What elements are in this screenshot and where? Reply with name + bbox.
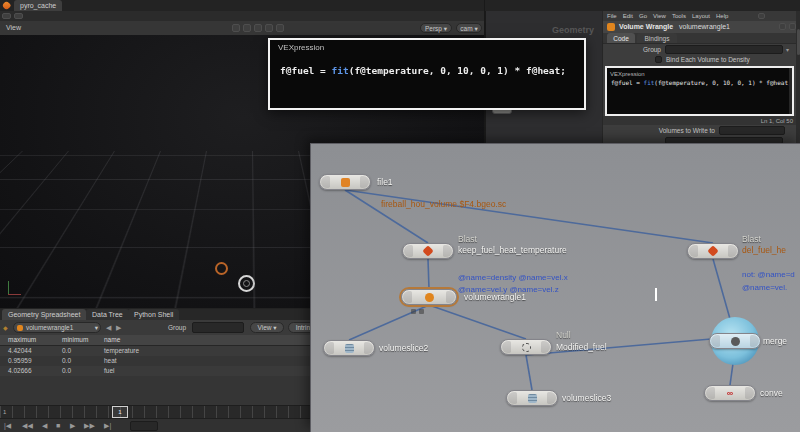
vex-code-editor[interactable]: f@fuel = fit(f@temperature, 0, 10, 0, 1)… [611,79,792,86]
tab-python-shell[interactable]: Python Shell [128,309,179,320]
node-selector[interactable]: volumewrangle1 ▾ [13,322,101,333]
menu-tools[interactable]: Tools [672,13,686,19]
view-dropdown[interactable]: View ▾ [250,322,284,333]
jump-to-end-button[interactable]: ▶| [104,421,111,431]
play-button[interactable]: ▶ [70,421,75,431]
node-volumewrangle1[interactable] [401,289,457,305]
column-header[interactable]: name [104,335,120,345]
tab-code[interactable]: Code [607,33,635,43]
cell-name: heat [104,356,117,366]
menu-toolbar-icon[interactable] [758,13,765,19]
fast-forward-button[interactable]: ▶▶ [84,421,95,431]
group-field[interactable] [665,45,783,54]
node-flag-right [750,335,759,347]
stop-button[interactable]: ■ [56,421,60,431]
node-label-volumeslice3[interactable]: volumeslice3 [562,393,611,403]
pane-scrollbar[interactable] [796,11,800,145]
chevron-down-icon: ▾ [444,25,447,32]
viewport-tool-icon[interactable] [276,24,284,32]
node-flag-right [360,176,369,188]
node-label-keep[interactable]: keep_fuel_heat_temperature [458,245,567,255]
editor-scrollbar[interactable] [789,68,792,114]
current-frame-label: 1 [118,409,121,415]
network-editor[interactable]: file1 fireball_hou_volume.$F4.bgeo.sc Bl… [310,143,800,432]
chevron-down-icon[interactable]: ▾ [786,45,789,55]
node-label-convert[interactable]: conve [760,388,783,398]
menu-go[interactable]: Go [639,13,647,19]
volumeslice-icon [528,394,537,403]
pin-icon[interactable]: ◆ [3,323,8,333]
persp-label: Persp [425,25,442,32]
menu-bar: File Edit Go View Tools Layout Help [603,11,800,21]
node-convert[interactable]: ∞ [704,385,756,401]
node-label-modified-fuel[interactable]: Modified_fuel [556,342,607,352]
tab-label: Code [613,35,629,42]
node-flag-right [541,341,550,353]
node-label-del[interactable]: del_fuel_he [742,245,786,255]
group-field[interactable] [192,322,244,333]
node-name-field[interactable]: volumewrangle1 [679,22,730,32]
viewport-tool-icon[interactable] [232,24,240,32]
viewport-tool-icon[interactable] [265,24,273,32]
persp-view-button[interactable]: Persp ▾ [420,23,452,33]
menu-edit[interactable]: Edit [623,13,633,19]
rewind-button[interactable]: ◀◀ [22,421,33,431]
play-reverse-button[interactable]: ◀ [42,421,47,431]
houdini-flame-icon [2,1,12,11]
left-pane-header [0,11,485,21]
node-label-merge[interactable]: merge [763,336,787,346]
group-label: Group [168,323,186,333]
node-flag-left [404,245,413,257]
menu-file[interactable]: File [607,13,617,19]
jump-to-start-button[interactable]: |◀ [4,421,11,431]
lock-icon[interactable] [779,23,786,30]
node-type-null: Null [556,330,571,340]
vexpression-title: VEXpression [278,43,324,53]
node-label-volumewrangle1[interactable]: volumewrangle1 [464,292,526,302]
frame-field[interactable] [130,421,158,431]
node-null-modified-fuel[interactable] [500,339,552,355]
nav-fwd-icon[interactable]: ▶ [116,323,121,333]
file-icon [341,178,350,187]
gizmo-ring-orange[interactable] [215,262,228,275]
menu-help[interactable]: Help [716,13,728,19]
tab-geometry-spreadsheet[interactable]: Geometry Spreadsheet [2,309,86,320]
vexpression-annotation-box: VEXpression f@fuel = fit(f@temperature, … [605,66,794,116]
column-header[interactable]: minimum [62,335,88,345]
node-volumeslice3[interactable] [506,390,558,406]
view-dropdown-label: View [257,324,271,331]
cell-maximum: 4.02666 [8,366,32,376]
chevron-down-icon: ▾ [273,324,276,331]
tab-bindings[interactable]: Bindings [637,33,677,43]
node-merge[interactable] [709,333,761,349]
node-flag-left [403,291,412,303]
pane-tab-icon[interactable] [14,13,23,19]
node-blast-del[interactable] [687,243,739,259]
node-selector-label: volumewrangle1 [26,324,73,331]
param-tabstrip: Code Bindings [603,33,800,44]
menu-layout[interactable]: Layout [692,13,710,19]
gear-icon[interactable] [789,23,796,30]
node-label-volumeslice2[interactable]: volumeslice2 [379,343,428,353]
node-volumeslice2[interactable] [323,340,375,356]
column-header[interactable]: maximum [8,335,36,345]
node-blast-keep[interactable] [402,243,454,259]
menu-view[interactable]: View [653,13,666,19]
camera-button[interactable]: cam ▾ [456,23,482,33]
bind-density-checkbox[interactable] [655,56,662,63]
node-flag-left [711,335,720,347]
axis-gizmo-x [8,294,21,295]
nav-back-icon[interactable]: ◀ [106,323,111,333]
playhead[interactable]: 1 [112,406,128,418]
volumes-to-write-field[interactable] [719,126,785,135]
tab-data-tree[interactable]: Data Tree [86,309,129,320]
viewport-tool-icon[interactable] [254,24,262,32]
pane-tab-icon[interactable] [2,13,11,19]
node-label-file1[interactable]: file1 [377,177,393,187]
node-header: Volume Wrangle volumewrangle1 [603,21,800,33]
node-file1[interactable] [319,174,371,190]
group-row: Group ▾ [603,44,800,55]
viewport-tool-icon[interactable] [243,24,251,32]
editor-status-bar: Ln 1, Col 50 [603,116,800,125]
desktop-tab-pyro-cache[interactable]: pyro_cache [14,0,62,11]
